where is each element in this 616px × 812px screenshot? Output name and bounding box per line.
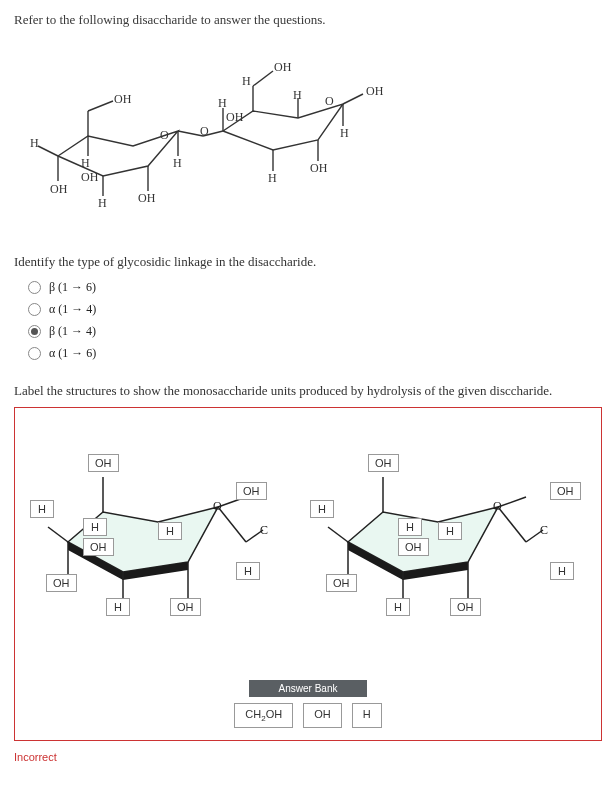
molecule-svg: [28, 36, 588, 236]
l-axial-h: H: [81, 156, 90, 171]
svg-line-26: [218, 507, 246, 542]
svg-text:C: C: [260, 523, 268, 537]
link-o: O: [200, 124, 209, 139]
l-top-oh: OH: [114, 92, 131, 107]
tag-r-left-out[interactable]: H: [310, 500, 334, 518]
option-beta-1-6[interactable]: β (1 → 6): [28, 280, 602, 295]
options-group: β (1 → 6) α (1 → 4) β (1 → 4) α (1 → 6): [28, 280, 602, 361]
svg-line-38: [498, 507, 526, 542]
question-1: Identify the type of glycosidic linkage …: [14, 254, 602, 270]
answer-bank: Answer Bank CH2OH OH H: [23, 680, 593, 728]
tag-r-right-up[interactable]: OH: [550, 482, 581, 500]
r-far-h: H: [340, 126, 349, 141]
tag-r-top[interactable]: OH: [368, 454, 399, 472]
tag-r-right-dn[interactable]: H: [550, 562, 574, 580]
radio-icon: [28, 303, 41, 316]
l-bottom-h: H: [98, 196, 107, 211]
answer-bank-title: Answer Bank: [249, 680, 368, 697]
tag-l-up-h[interactable]: H: [83, 518, 107, 536]
r-bot-oh: OH: [310, 161, 327, 176]
tag-r-mid-h[interactable]: H: [438, 522, 462, 540]
svg-line-33: [328, 527, 348, 542]
r-bot-h: H: [268, 171, 277, 186]
svg-text:O: O: [213, 499, 222, 513]
svg-text:C: C: [540, 523, 548, 537]
radio-icon: [28, 325, 41, 338]
tag-l-low-oh[interactable]: OH: [170, 598, 201, 616]
tag-l-top[interactable]: OH: [88, 454, 119, 472]
r-far-oh: OH: [366, 84, 383, 99]
r-c2-oh: OH: [226, 110, 243, 125]
tag-r-lower-out[interactable]: OH: [326, 574, 357, 592]
l-bottom-oh: OH: [138, 191, 155, 206]
l-left-oh: OH: [50, 182, 67, 197]
svg-line-37: [498, 497, 526, 507]
l-right-h: H: [173, 156, 182, 171]
r-ring-o: O: [325, 94, 334, 109]
tag-r-up-oh[interactable]: OH: [398, 538, 429, 556]
tag-r-up-h[interactable]: H: [398, 518, 422, 536]
tag-l-mid-h[interactable]: H: [158, 522, 182, 540]
svg-line-21: [48, 527, 68, 542]
question-2: Label the structures to show the monosac…: [14, 383, 602, 399]
option-alpha-1-4[interactable]: α (1 → 4): [28, 302, 602, 317]
l-ring-o: O: [160, 128, 169, 143]
r-h-a: H: [242, 74, 251, 89]
tag-l-up-oh[interactable]: OH: [83, 538, 114, 556]
svg-line-10: [253, 71, 273, 86]
option-label: β (1 → 6): [49, 280, 96, 295]
intro-text: Refer to the following disaccharide to a…: [14, 12, 602, 28]
radio-icon: [28, 281, 41, 294]
tag-l-low-h[interactable]: H: [106, 598, 130, 616]
tag-l-lower-out[interactable]: OH: [46, 574, 77, 592]
svg-text:O: O: [493, 499, 502, 513]
bank-item-ch2oh[interactable]: CH2OH: [234, 703, 293, 728]
r-h-mid: H: [293, 88, 302, 103]
svg-line-2: [38, 146, 58, 156]
labeling-workbox: O C O C OH H H OH: [14, 407, 602, 741]
work-canvas[interactable]: O C O C OH H H OH: [28, 422, 588, 672]
disaccharide-diagram: OH H OH H OH H OH H O O OH H H OH H O H …: [28, 36, 588, 236]
bank-item-oh[interactable]: OH: [303, 703, 342, 728]
tag-l-right-up[interactable]: OH: [236, 482, 267, 500]
svg-line-1: [88, 101, 113, 111]
option-label: α (1 → 4): [49, 302, 96, 317]
svg-line-13: [343, 94, 363, 104]
r-h-b: H: [218, 96, 227, 111]
option-beta-1-4[interactable]: β (1 → 4): [28, 324, 602, 339]
bank-item-h[interactable]: H: [352, 703, 382, 728]
radio-icon: [28, 347, 41, 360]
option-alpha-1-6[interactable]: α (1 → 6): [28, 346, 602, 361]
incorrect-label: Incorrect: [14, 751, 602, 763]
tag-l-left-out[interactable]: H: [30, 500, 54, 518]
tag-l-right-dn[interactable]: H: [236, 562, 260, 580]
tag-r-low-oh[interactable]: OH: [450, 598, 481, 616]
l-lower-oh: OH: [81, 170, 98, 185]
l-left-h: H: [30, 136, 39, 151]
tag-r-low-h[interactable]: H: [386, 598, 410, 616]
option-label: α (1 → 6): [49, 346, 96, 361]
option-label: β (1 → 4): [49, 324, 96, 339]
r-ch2-oh: OH: [274, 60, 291, 75]
